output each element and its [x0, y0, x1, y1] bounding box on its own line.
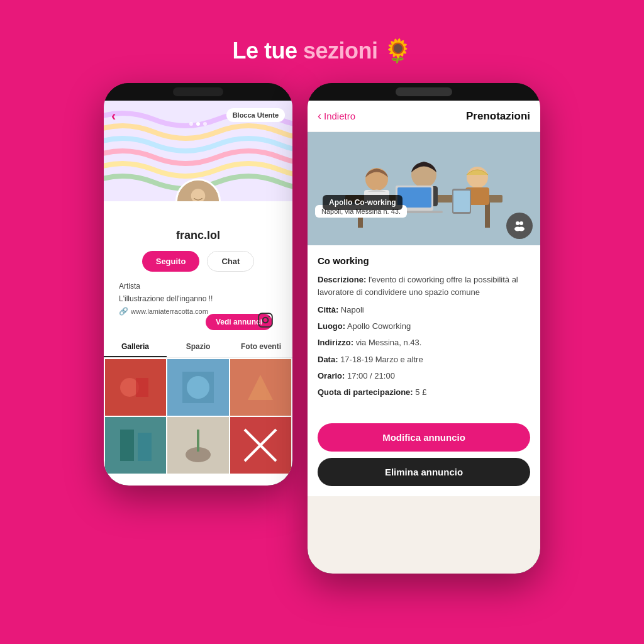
location-badge: Apollo Co-working	[323, 195, 402, 210]
svg-rect-4	[258, 313, 272, 327]
gallery-cell-4[interactable]	[105, 417, 166, 474]
svg-marker-11	[248, 375, 273, 400]
instagram-icon[interactable]	[257, 312, 274, 332]
link-icon: 🔗	[119, 306, 128, 317]
svg-rect-21	[485, 203, 490, 228]
tab-spazio[interactable]: Spazio	[167, 337, 230, 357]
left-notch-pill	[173, 87, 223, 96]
headline-emoji: 🌻	[384, 38, 412, 64]
right-phone: ‹ Indietro Prenotazioni	[308, 83, 540, 574]
back-link[interactable]: ‹ Indietro	[318, 109, 355, 123]
svg-rect-13	[138, 433, 152, 461]
gallery-cell-6[interactable]	[230, 417, 291, 474]
svg-rect-32	[453, 191, 470, 212]
gallery-cell-5[interactable]	[167, 417, 228, 474]
left-phone: ‹ Blocca Utente	[104, 83, 292, 486]
event-title: Co working	[318, 255, 530, 266]
right-screen: ‹ Indietro Prenotazioni	[308, 101, 540, 574]
dot-1	[189, 122, 193, 126]
action-buttons: Seguito Chat	[142, 251, 255, 272]
quota-value: 5 £	[415, 387, 426, 397]
address-label: Indirizzo:	[318, 338, 353, 347]
svg-point-34	[519, 221, 523, 225]
chat-button[interactable]: Chat	[207, 251, 254, 272]
seguito-button[interactable]: Seguito	[142, 251, 200, 272]
website-url[interactable]: www.lamiaterracotta.com	[131, 306, 208, 317]
user-bio: L'illustrazione dell'inganno !!	[119, 293, 277, 304]
address-value: via Messina, n.43.	[356, 338, 422, 347]
svg-point-6	[269, 316, 270, 317]
group-icon-wrap[interactable]	[506, 213, 533, 239]
left-screen: ‹ Blocca Utente	[104, 101, 292, 486]
event-badges: Apollo Co-working Napoli, via Messina n.…	[315, 203, 407, 218]
dot-2	[196, 122, 200, 126]
back-label: Indietro	[324, 111, 355, 121]
page-title: Prenotazioni	[466, 110, 530, 123]
tab-foto-eventi[interactable]: Foto eventi	[230, 337, 292, 357]
event-content: Co working Descrizione: l'evento di cowo…	[308, 245, 540, 413]
city-label: Città:	[318, 305, 338, 314]
gallery-grid	[104, 358, 292, 475]
svg-rect-8	[136, 378, 148, 397]
svg-rect-12	[120, 430, 134, 461]
dots-indicator	[189, 122, 207, 126]
dot-3	[203, 122, 207, 126]
date-value: 17-18-19 Marzo e altre	[340, 355, 423, 364]
time-label: Orario:	[318, 371, 345, 380]
tab-galleria[interactable]: Galleria	[104, 337, 167, 357]
left-back-button[interactable]: ‹	[111, 108, 116, 125]
headline-highlight: sezioni	[303, 38, 378, 64]
location-value: Apollo Coworking	[347, 321, 411, 331]
date-label: Data:	[318, 355, 338, 364]
svg-rect-15	[197, 430, 199, 452]
svg-point-5	[263, 318, 269, 323]
time-field: Orario: 17:00 / 21:00	[318, 370, 530, 382]
avatar	[175, 179, 221, 201]
elimina-button[interactable]: Elimina annuncio	[318, 458, 530, 486]
blocca-button[interactable]: Blocca Utente	[226, 108, 285, 122]
avatar-wrap	[175, 179, 221, 201]
time-value: 17:00 / 21:00	[347, 371, 395, 380]
right-notch	[308, 83, 540, 101]
phones-row: ‹ Blocca Utente	[104, 83, 540, 574]
quota-label: Quota di partecipazione:	[318, 387, 413, 397]
profile-body: franc.lol Seguito Chat Artista L'illustr…	[104, 201, 292, 335]
back-chevron-icon: ‹	[318, 109, 321, 123]
address-field: Indirizzo: via Messina, n.43.	[318, 337, 530, 348]
location-label: Luogo:	[318, 321, 345, 331]
headline-text: Le tue	[232, 38, 297, 64]
event-image	[308, 132, 540, 245]
location-field: Luogo: Apollo Coworking	[318, 321, 530, 332]
gallery-cell-2[interactable]	[167, 359, 228, 416]
event-description: Descrizione: l'evento di coworking offre…	[318, 274, 530, 298]
tabs-row: Galleria Spazio Foto eventi	[104, 337, 292, 358]
headline: Le tue sezioni 🌻	[232, 38, 411, 64]
quota-field: Quota di partecipazione: 5 £	[318, 387, 530, 398]
left-notch	[104, 83, 292, 101]
profile-header-bg: ‹ Blocca Utente	[104, 101, 292, 201]
event-actions: Modifica annuncio Elimina annuncio	[308, 413, 540, 496]
svg-point-36	[518, 227, 525, 231]
right-header: ‹ Indietro Prenotazioni	[308, 101, 540, 132]
profile-actions-row: Vedi annunci	[114, 317, 282, 327]
svg-point-10	[187, 376, 209, 399]
date-field: Data: 17-18-19 Marzo e altre	[318, 354, 530, 365]
username: franc.lol	[176, 229, 220, 242]
svg-point-33	[516, 221, 519, 225]
gallery-cell-1[interactable]	[105, 359, 166, 416]
description-label: Descrizione:	[318, 275, 366, 284]
right-notch-pill	[396, 87, 452, 96]
event-image-wrap: Apollo Co-working Napoli, via Messina n.…	[308, 132, 540, 245]
city-value: Napoli	[341, 305, 364, 314]
city-field: Città: Napoli	[318, 304, 530, 316]
modifica-button[interactable]: Modifica annuncio	[318, 423, 530, 452]
user-role: Artista	[119, 280, 277, 292]
app-container: Le tue sezioni 🌻	[0, 0, 644, 644]
gallery-cell-3[interactable]	[230, 359, 291, 416]
